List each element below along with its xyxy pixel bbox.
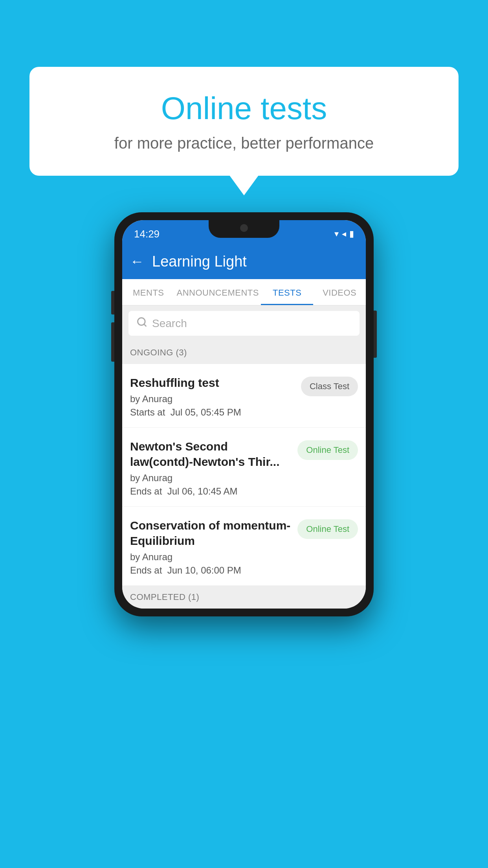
tab-announcements[interactable]: ANNOUNCEMENTS [175, 279, 261, 305]
speech-bubble-subtitle: for more practice, better performance [61, 134, 427, 152]
test-badge-1: Class Test [301, 377, 358, 396]
test-info-2: Newton's Second law(contd)-Newton's Thir… [130, 439, 294, 497]
wifi-icon: ▾ [334, 229, 339, 239]
test-by-3: by Anurag [130, 552, 294, 563]
svg-line-1 [144, 324, 146, 326]
status-time: 14:29 [134, 228, 160, 240]
speech-bubble-container: Online tests for more practice, better p… [29, 67, 459, 176]
speech-bubble: Online tests for more practice, better p… [29, 67, 459, 176]
test-info-1: Reshuffling test by Anurag Starts at Jul… [130, 375, 297, 418]
tab-bar: MENTS ANNOUNCEMENTS TESTS VIDEOS [122, 279, 366, 305]
test-by-1: by Anurag [130, 394, 297, 405]
phone-camera [240, 224, 248, 232]
tab-tests[interactable]: TESTS [261, 279, 314, 305]
phone-btn-right [374, 311, 377, 358]
battery-icon: ▮ [349, 229, 354, 239]
phone-wrapper: 14:29 ▾ ◂ ▮ ← Learning Light MENTS ANNOU… [114, 212, 374, 616]
test-name-2: Newton's Second law(contd)-Newton's Thir… [130, 439, 294, 469]
test-by-2: by Anurag [130, 473, 294, 484]
phone-screen: 14:29 ▾ ◂ ▮ ← Learning Light MENTS ANNOU… [122, 220, 366, 609]
search-placeholder: Search [152, 317, 187, 330]
test-name-1: Reshuffling test [130, 375, 297, 390]
phone-btn-left2 [111, 322, 114, 362]
speech-bubble-title: Online tests [61, 90, 427, 127]
test-date-2: Ends at Jul 06, 10:45 AM [130, 486, 294, 497]
search-bar[interactable]: Search [128, 311, 360, 336]
app-title: Learning Light [152, 253, 247, 270]
test-list: Reshuffling test by Anurag Starts at Jul… [122, 364, 366, 586]
tab-ments[interactable]: MENTS [122, 279, 175, 305]
test-name-3: Conservation of momentum-Equilibrium [130, 518, 294, 548]
app-header: ← Learning Light [122, 244, 366, 279]
phone-frame: 14:29 ▾ ◂ ▮ ← Learning Light MENTS ANNOU… [114, 212, 374, 616]
back-button[interactable]: ← [130, 253, 144, 270]
completed-section-header: COMPLETED (1) [122, 586, 366, 609]
signal-icon: ◂ [342, 229, 346, 239]
test-badge-3: Online Test [297, 519, 358, 539]
search-icon [136, 316, 147, 330]
ongoing-section-title: ONGOING (3) [130, 348, 187, 357]
tab-videos[interactable]: VIDEOS [313, 279, 366, 305]
phone-btn-left [111, 291, 114, 314]
test-item-3[interactable]: Conservation of momentum-Equilibrium by … [122, 507, 366, 586]
test-item-1[interactable]: Reshuffling test by Anurag Starts at Jul… [122, 364, 366, 428]
phone-notch [209, 220, 279, 238]
test-badge-2: Online Test [297, 440, 358, 460]
ongoing-section-header: ONGOING (3) [122, 341, 366, 364]
test-info-3: Conservation of momentum-Equilibrium by … [130, 518, 294, 576]
search-container: Search [122, 305, 366, 341]
completed-section-title: COMPLETED (1) [130, 592, 199, 602]
test-item-2[interactable]: Newton's Second law(contd)-Newton's Thir… [122, 428, 366, 507]
status-icons: ▾ ◂ ▮ [334, 229, 354, 239]
test-date-1: Starts at Jul 05, 05:45 PM [130, 407, 297, 418]
test-date-3: Ends at Jun 10, 06:00 PM [130, 565, 294, 576]
